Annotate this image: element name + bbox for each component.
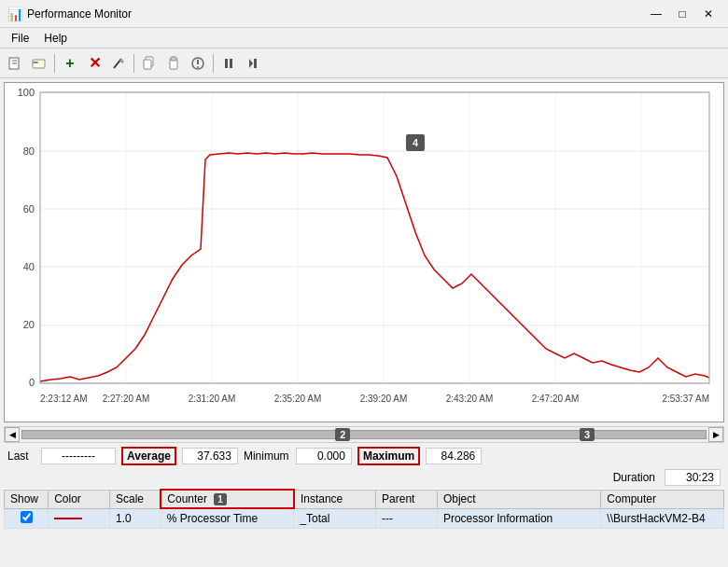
- svg-rect-14: [225, 59, 228, 68]
- row-show[interactable]: [5, 508, 49, 528]
- minimize-button[interactable]: —: [644, 5, 668, 23]
- row-object: Processor Information: [437, 508, 600, 528]
- window-controls: — □ ✕: [644, 5, 721, 23]
- toolbar: + ✕: [0, 48, 728, 78]
- minimum-label: Minimum: [244, 449, 290, 463]
- th-counter: Counter 1: [161, 490, 294, 508]
- svg-text:2:23:12 AM: 2:23:12 AM: [40, 394, 88, 404]
- svg-text:2:43:20 AM: 2:43:20 AM: [446, 394, 494, 404]
- duration-value: 30:23: [665, 469, 721, 486]
- svg-text:4: 4: [413, 137, 419, 148]
- color-indicator: [54, 518, 82, 519]
- svg-text:80: 80: [23, 145, 35, 157]
- row-instance: _Total: [294, 508, 376, 528]
- maximize-button[interactable]: □: [670, 5, 694, 23]
- svg-point-13: [197, 66, 199, 68]
- copy-properties-button[interactable]: [138, 52, 161, 75]
- freeze-button[interactable]: [217, 52, 240, 75]
- th-parent: Parent: [376, 490, 438, 508]
- svg-rect-17: [254, 59, 257, 68]
- svg-text:2:27:20 AM: 2:27:20 AM: [103, 394, 150, 404]
- table-row[interactable]: 1.0 % Processor Time _Total --- Processo…: [5, 508, 724, 528]
- paste-properties-button[interactable]: [162, 52, 185, 75]
- svg-text:60: 60: [23, 203, 35, 214]
- titlebar: 📊 Performance Monitor — □ ✕: [0, 0, 728, 28]
- th-show: Show: [5, 490, 49, 508]
- duration-row: Duration 30:23: [4, 468, 724, 487]
- svg-text:0: 0: [29, 377, 35, 388]
- th-instance: Instance: [294, 490, 376, 508]
- properties-button[interactable]: [187, 52, 209, 75]
- maximum-value: 84.286: [426, 448, 482, 464]
- row-parent: ---: [376, 508, 438, 528]
- highlight-button[interactable]: [107, 52, 130, 75]
- maximum-label: Maximum: [357, 447, 420, 465]
- scroll-track[interactable]: [21, 430, 707, 439]
- scrollbar-row: ◀ ▶ 2 3: [4, 426, 724, 443]
- svg-text:2:31:20 AM: 2:31:20 AM: [189, 394, 236, 404]
- svg-rect-15: [230, 59, 232, 68]
- svg-text:2:39:20 AM: 2:39:20 AM: [360, 394, 408, 404]
- th-color: Color: [49, 490, 110, 508]
- menu-file[interactable]: File: [4, 30, 36, 47]
- th-object: Object: [437, 490, 600, 508]
- svg-text:40: 40: [23, 261, 35, 272]
- svg-rect-10: [171, 57, 176, 61]
- row-scale: 1.0: [109, 508, 161, 528]
- toolbar-separator-1: [54, 54, 55, 73]
- average-value: 37.633: [182, 448, 238, 464]
- th-scale: Scale: [109, 490, 161, 508]
- row-color: [49, 508, 110, 528]
- menu-help[interactable]: Help: [36, 30, 75, 47]
- th-computer: Computer: [601, 490, 724, 508]
- performance-chart: 100 80 60 40 20 0 2:23:12 AM 2:27:20 AM …: [4, 82, 724, 422]
- close-button[interactable]: ✕: [696, 5, 721, 23]
- badge-1: 1: [214, 493, 227, 505]
- duration-label: Duration: [613, 471, 655, 484]
- toolbar-separator-3: [213, 54, 214, 73]
- svg-rect-18: [5, 83, 716, 419]
- scroll-thumb[interactable]: [21, 430, 707, 439]
- counters-table: Show Color Scale Counter 1 Instance Pare…: [4, 489, 724, 529]
- menubar: File Help: [0, 28, 728, 48]
- row-counter: % Processor Time: [161, 508, 294, 528]
- add-counter-button[interactable]: +: [59, 52, 81, 75]
- last-value: ---------: [41, 448, 116, 464]
- minimum-value: 0.000: [296, 448, 352, 464]
- badge-3: 3: [580, 428, 595, 441]
- svg-marker-16: [249, 59, 253, 68]
- svg-text:100: 100: [18, 87, 35, 98]
- last-label: Last: [7, 449, 35, 463]
- chart-svg: 100 80 60 40 20 0 2:23:12 AM 2:27:20 AM …: [5, 83, 716, 419]
- update-button[interactable]: [242, 52, 264, 75]
- svg-rect-4: [33, 62, 38, 63]
- average-label: Average: [121, 447, 176, 465]
- app-icon: 📊: [7, 7, 23, 21]
- app-title: Performance Monitor: [27, 7, 644, 21]
- svg-text:2:35:20 AM: 2:35:20 AM: [274, 394, 322, 404]
- svg-text:2:53:37 AM: 2:53:37 AM: [662, 394, 709, 404]
- scroll-right-arrow[interactable]: ▶: [708, 427, 723, 442]
- svg-rect-8: [144, 60, 151, 69]
- svg-text:2:47:20 AM: 2:47:20 AM: [532, 394, 580, 404]
- svg-rect-3: [33, 60, 45, 68]
- delete-counter-button[interactable]: ✕: [83, 52, 105, 75]
- svg-text:20: 20: [23, 319, 35, 330]
- badge-2: 2: [335, 428, 350, 441]
- stats-row: Last --------- Average 37.633 Minimum 0.…: [4, 445, 724, 467]
- open-button[interactable]: [28, 52, 50, 75]
- new-counter-set-button[interactable]: [4, 52, 26, 75]
- show-checkbox[interactable]: [21, 511, 33, 523]
- row-computer: \\BurstHackVM2-B4: [601, 508, 724, 528]
- scroll-left-arrow[interactable]: ◀: [5, 427, 20, 442]
- toolbar-separator-2: [133, 54, 134, 73]
